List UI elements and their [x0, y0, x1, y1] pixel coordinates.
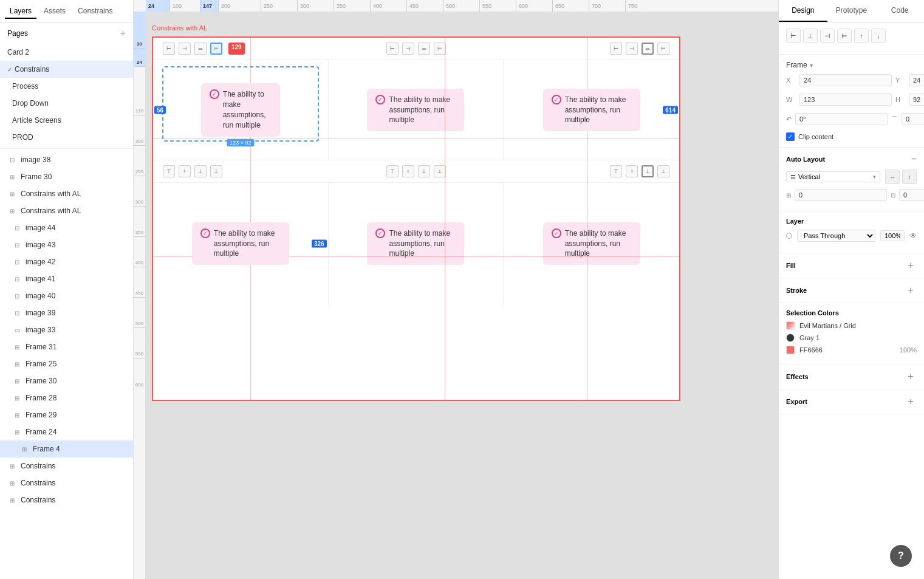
add-export-button[interactable]: + — [905, 396, 917, 408]
cell-0-2[interactable]: 614 ✓ The ability to make assumptions, r… — [504, 60, 679, 160]
valign-bottom-icon[interactable]: ⊥ — [194, 165, 207, 177]
x-input[interactable] — [799, 74, 892, 86]
layer-image41[interactable]: ⊡ image 41 — [0, 270, 133, 287]
align-stretch-icon-3[interactable]: ⊨ — [657, 43, 669, 55]
valign-top-icon-3[interactable]: ⊤ — [610, 165, 622, 177]
al-btn-2[interactable]: ↕ — [902, 170, 917, 184]
distribute-h-tool[interactable]: ↓ — [871, 29, 886, 43]
frame-dropdown[interactable]: Frame ▾ — [786, 61, 917, 69]
clip-checkbox[interactable]: ✓ — [786, 132, 795, 141]
layer-frame30b[interactable]: ⊞ Frame 30 — [0, 372, 133, 389]
layer-constrains-1[interactable]: ⊞ Constrains — [0, 457, 133, 475]
layer-image40[interactable]: ⊡ image 40 — [0, 287, 133, 304]
align-center-h-tool[interactable]: ⊥ — [803, 29, 818, 43]
layer-opacity-input[interactable] — [880, 230, 905, 241]
stroke-title: Stroke — [786, 287, 807, 294]
add-fill-button[interactable]: + — [905, 259, 917, 272]
valign-top-icon-2[interactable]: ⊤ — [386, 165, 399, 177]
layer-frame25[interactable]: ⊞ Frame 25 — [0, 355, 133, 372]
page-item-constrains[interactable]: ✓ Constrains — [0, 61, 133, 78]
direction-dropdown[interactable]: ☰ Vertical ▾ — [786, 171, 880, 182]
align-stretch-h-tool[interactable]: ⊨ — [837, 29, 852, 43]
cell-1-1[interactable]: ✓ The ability to make assumptions, run m… — [329, 183, 504, 304]
autolayout-remove[interactable]: − — [911, 154, 917, 165]
align-center-icon-2[interactable]: ⊣ — [402, 43, 414, 55]
pink-box-selected[interactable]: ✓ The ability to make assumptions, run m… — [201, 83, 280, 136]
layer-frame4[interactable]: ⊞ Frame 4 — [0, 440, 133, 457]
valign-bottom-icon-2[interactable]: ⊥ — [418, 165, 430, 177]
al-btn-1[interactable]: ↔ — [885, 170, 900, 184]
tab-prototype[interactable]: Prototype — [827, 0, 876, 22]
page-item-prod[interactable]: PROD — [0, 129, 133, 146]
cell-1-0[interactable]: 326 ✓ The ability to make assumptions, r… — [153, 183, 329, 304]
color-swatch-0[interactable] — [786, 321, 795, 330]
layer-constrains-al-2[interactable]: ⊞ Constrains with AL — [0, 202, 133, 219]
layer-frame24[interactable]: ⊞ Frame 24 — [0, 423, 133, 440]
page-item-card2[interactable]: Card 2 — [0, 44, 133, 61]
align-left-icon-2[interactable]: ⊢ — [386, 43, 399, 55]
align-right-icon-2[interactable]: ═ — [418, 43, 430, 55]
layer-frame30[interactable]: ⊞ Frame 30 — [0, 168, 133, 185]
page-item-article-screens[interactable]: Article Screens — [0, 112, 133, 129]
help-button[interactable]: ? — [890, 545, 912, 567]
layer-image44[interactable]: ⊡ image 44 — [0, 219, 133, 236]
layer-frame29[interactable]: ⊞ Frame 29 — [0, 406, 133, 423]
valign-center-icon-2[interactable]: + — [402, 165, 414, 177]
eye-icon[interactable]: 👁 — [909, 231, 917, 240]
cell-0-0[interactable]: 56 ✓ The ability to make assumptions, ru… — [153, 60, 329, 160]
tab-constrains[interactable]: Constrains — [73, 4, 117, 19]
align-right-icon-3[interactable]: ═ — [642, 43, 654, 55]
layer-constrains-3[interactable]: ⊞ Constrains — [0, 492, 133, 509]
add-stroke-button[interactable]: + — [905, 284, 917, 296]
padding-v-input[interactable] — [795, 189, 887, 201]
color-swatch-1[interactable] — [786, 334, 795, 342]
align-left-tool[interactable]: ⊢ — [786, 29, 801, 43]
align-right-icon[interactable]: ═ — [194, 43, 207, 55]
valign-center-icon-3[interactable]: + — [626, 165, 638, 177]
layer-image43[interactable]: ⊡ image 43 — [0, 236, 133, 253]
add-page-button[interactable]: + — [120, 28, 126, 39]
layer-image38[interactable]: ⊡ image 38 — [0, 151, 133, 168]
canvas[interactable]: Constrains with AL ⊢ ⊣ ═ ⊨ — [146, 12, 778, 579]
layer-mode-select[interactable]: Pass Through Normal Multiply Screen — [797, 230, 875, 242]
tab-assets[interactable]: Assets — [39, 4, 70, 19]
tab-design[interactable]: Design — [779, 0, 827, 22]
cell-1-2[interactable]: ✓ The ability to make assumptions, run m… — [504, 183, 679, 304]
align-left-icon-3[interactable]: ⊢ — [610, 43, 622, 55]
valign-center-icon[interactable]: + — [179, 165, 191, 177]
align-left-icon[interactable]: ⊢ — [163, 43, 175, 55]
page-item-process[interactable]: Process — [0, 78, 133, 95]
angle-input[interactable] — [795, 113, 888, 125]
layer-image42[interactable]: ⊡ image 42 — [0, 253, 133, 270]
layer-constrains-al-1[interactable]: ⊞ Constrains with AL — [0, 185, 133, 202]
valign-bottom-icon-3[interactable]: ⊥ — [642, 165, 654, 177]
frame-icon: ⊞ — [19, 444, 29, 454]
align-stretch-icon-2[interactable]: ⊨ — [434, 43, 446, 55]
layer-image33[interactable]: ▭ image 33 — [0, 321, 133, 338]
align-stretch-icon[interactable]: ⊨ — [210, 43, 222, 55]
valign-stretch-icon-2[interactable]: ⊥ — [434, 165, 446, 177]
page-item-dropdown[interactable]: Drop Down — [0, 95, 133, 112]
layer-image39[interactable]: ⊡ image 39 — [0, 304, 133, 321]
y-input[interactable] — [909, 74, 924, 86]
w-input[interactable] — [799, 94, 892, 106]
padding-h-input[interactable] — [899, 189, 924, 201]
layer-constrains-2[interactable]: ⊞ Constrains — [0, 475, 133, 492]
valign-stretch-icon-3[interactable]: ⊥ — [657, 165, 669, 177]
cell-0-1[interactable]: ✓ The ability to make assumptions, run m… — [329, 60, 504, 160]
valign-stretch-icon[interactable]: ⊥ — [210, 165, 222, 177]
color-swatch-2[interactable] — [786, 346, 795, 354]
tab-layers[interactable]: Layers — [5, 4, 36, 19]
add-effect-button[interactable]: + — [905, 371, 917, 383]
align-center-h-icon[interactable]: ⊣ — [179, 43, 191, 55]
radius-input[interactable] — [902, 113, 924, 125]
distribute-v-tool[interactable]: ↑ — [854, 29, 869, 43]
align-center-icon-3[interactable]: ⊣ — [626, 43, 638, 55]
tab-code[interactable]: Code — [875, 0, 924, 22]
layer-frame28[interactable]: ⊞ Frame 28 — [0, 389, 133, 406]
align-right-tool[interactable]: ⊣ — [820, 29, 835, 43]
layer-frame31[interactable]: ⊞ Frame 31 — [0, 338, 133, 355]
h-input[interactable] — [909, 94, 924, 106]
frame-icon: ⊞ — [7, 172, 17, 182]
valign-top-icon[interactable]: ⊤ — [163, 165, 175, 177]
